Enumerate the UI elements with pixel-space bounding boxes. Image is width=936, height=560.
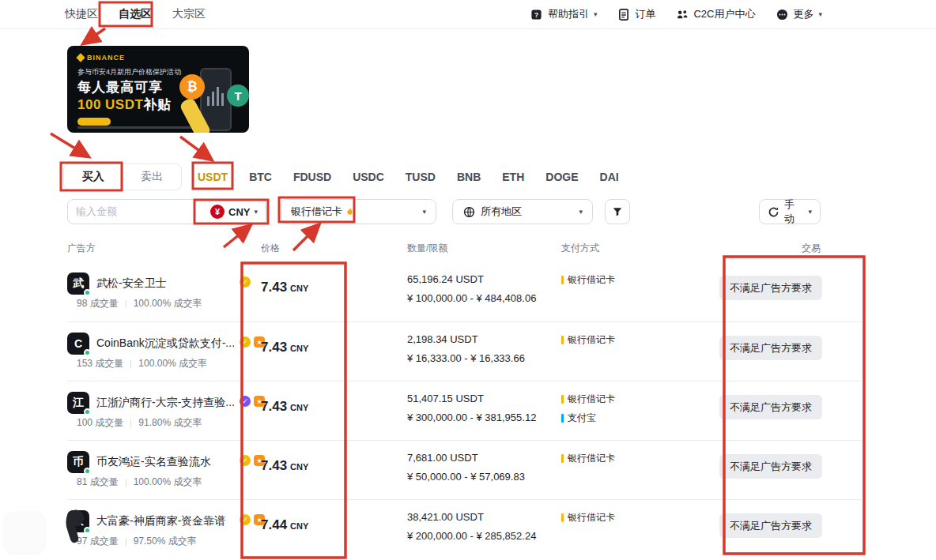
available-amount: 38,421.00 USDT [407, 511, 484, 523]
online-dot [84, 289, 91, 296]
buy-tab[interactable]: 买入 [64, 164, 123, 190]
top-navbar: 快捷区 自选区 大宗区 ? 帮助指引 ▾ 订单 C [0, 0, 936, 29]
binance-logo: BINANCE [77, 54, 125, 62]
asset-tab-tusd[interactable]: TUSD [406, 171, 436, 183]
svg-text:?: ? [534, 10, 538, 18]
advanced-filter-button[interactable] [605, 199, 630, 224]
trade-action-button[interactable]: 不满足广告方要求 [719, 513, 822, 538]
funnel-icon [611, 205, 624, 218]
chevron-down-icon: ▾ [808, 209, 812, 216]
binance-diamond-icon [76, 53, 85, 62]
asset-tab-usdt[interactable]: USDT [198, 171, 228, 183]
avatar: 大 [67, 510, 89, 532]
bank-card-bar-icon [561, 513, 564, 522]
col-trade: 交易 [802, 242, 821, 255]
available-amount: 2,198.34 USDT [407, 333, 478, 345]
trade-action-button[interactable]: 不满足广告方要求 [719, 395, 822, 419]
table-row[interactable]: 大 大富豪-神盾商家-资金靠谱 ✓★ 97 成交量97.50% 成交率 7.44… [67, 499, 862, 558]
payment-methods: 银行借记卡 [561, 511, 615, 524]
advertiser-name[interactable]: CoinBank沉淀或贷款支付-... [96, 336, 235, 351]
orders-menu[interactable]: 订单 [617, 7, 655, 21]
annotation-arrow-buy [51, 133, 87, 156]
fiat-currency-select[interactable]: ¥ CNY ▾ [210, 205, 258, 219]
amount-input[interactable]: 输入金额 [76, 205, 117, 219]
available-amount: 65,196.24 USDT [407, 273, 484, 285]
more-menu[interactable]: 更多 ▾ [776, 7, 822, 21]
asset-tabs: USDT BTC FDUSD USDC TUSD BNB ETH DOGE DA… [198, 163, 619, 190]
limit-range: ¥ 100,000.00 - ¥ 484,408.06 [407, 292, 536, 304]
advertiser-stats: 100 成交量91.80% 成交率 [77, 416, 202, 430]
tab-self-select-zone[interactable]: 自选区 [119, 7, 152, 21]
tab-block-zone[interactable]: 大宗区 [172, 7, 206, 21]
region-select[interactable]: 所有地区 ▾ [452, 199, 593, 224]
bank-card-bar-icon [561, 276, 564, 284]
help-guide-icon: ? [530, 8, 543, 21]
chat-widget[interactable] [5, 512, 44, 553]
advertiser-stats: 97 成交量97.50% 成交率 [77, 535, 197, 548]
c2c-trading-page: 快捷区 自选区 大宗区 ? 帮助指引 ▾ 订单 C [0, 0, 936, 560]
col-payment: 支付方式 [561, 242, 599, 255]
payment-method-select[interactable]: 银行借记卡 ▾ [281, 199, 436, 224]
banner-subtitle: 参与币安4月新用户价格保护活动 [77, 67, 181, 77]
promo-banner[interactable]: BINANCE 参与币安4月新用户价格保护活动 每人最高可享 100 USDT补… [67, 46, 249, 133]
refresh-mode-control[interactable]: 手动 ▾ [759, 199, 821, 224]
payment-methods: 银行借记卡 [561, 452, 615, 465]
chevron-down-icon: ▾ [594, 11, 598, 18]
table-row[interactable]: C CoinBank沉淀或贷款支付-... ✓★ 153 成交量100.00% … [67, 321, 862, 381]
limit-range: ¥ 200,000.00 - ¥ 285,852.24 [407, 530, 536, 542]
banner-fine-print [77, 126, 204, 129]
advertiser-name[interactable]: 大富豪-神盾商家-资金靠谱 [96, 514, 225, 528]
avatar: 江 [67, 392, 89, 414]
table-row[interactable]: 币 币友鸿运-实名查验流水 ✓★ 81 成交量100.00% 成交率 7.43C… [67, 440, 862, 499]
alipay-bar-icon [561, 414, 564, 423]
chevron-down-icon: ▾ [422, 209, 426, 216]
help-guide-menu[interactable]: ? 帮助指引 ▾ [530, 7, 598, 21]
sell-tab[interactable]: 卖出 [123, 164, 182, 190]
table-header: 广告方 价格 数量/限额 支付方式 交易 [67, 242, 862, 257]
asset-tab-bnb[interactable]: BNB [457, 171, 481, 183]
trade-action-button[interactable]: 不满足广告方要求 [719, 336, 822, 360]
trade-action-button[interactable]: 不满足广告方要求 [719, 454, 822, 479]
online-dot [84, 408, 91, 415]
banner-cta-pill[interactable] [77, 118, 111, 126]
orders-icon [617, 8, 630, 21]
bank-card-bar-icon [561, 454, 564, 463]
users-icon [676, 8, 689, 21]
amount-filter-group: 输入金额 ¥ CNY ▾ [67, 199, 266, 224]
asset-tab-usdc[interactable]: USDC [353, 171, 384, 183]
online-dot [84, 349, 91, 356]
bank-card-bar-icon [561, 395, 564, 404]
advertiser-stats: 81 成交量100.00% 成交率 [77, 475, 202, 489]
asset-tab-btc[interactable]: BTC [249, 171, 272, 183]
cny-yuan-icon: ¥ [210, 205, 225, 219]
globe-icon [462, 205, 475, 218]
verified-check-icon: ✓ [240, 455, 251, 466]
advertiser-name[interactable]: 武松-安全卫士 [96, 276, 167, 291]
advertiser-name[interactable]: 币友鸿运-实名查验流水 [96, 455, 211, 469]
chevron-down-icon: ▾ [579, 209, 583, 216]
online-dot [84, 527, 91, 534]
table-row[interactable]: 江 江浙沪商行-大宗-支持查验... ✓★ 100 成交量91.80% 成交率 … [67, 381, 862, 440]
c2c-user-center-menu[interactable]: C2C用户中心 [676, 7, 755, 21]
refresh-icon [768, 205, 779, 218]
online-dot [84, 468, 91, 475]
chevron-down-icon: ▾ [254, 209, 258, 216]
table-row[interactable]: 武 武松-安全卫士 ✓ 98 成交量100.00% 成交率 7.43CNY 65… [67, 262, 862, 321]
more-ellipsis-icon [776, 8, 788, 21]
avatar: C [67, 333, 89, 355]
asset-tab-doge[interactable]: DOGE [545, 171, 578, 183]
avatar: 币 [67, 451, 89, 473]
bank-card-bar-icon [561, 336, 564, 344]
available-amount: 51,407.15 USDT [407, 393, 484, 404]
advertiser-name[interactable]: 江浙沪商行-大宗-支持查验... [96, 396, 235, 410]
price-cell: 7.43CNY [261, 340, 308, 355]
trade-action-button[interactable]: 不满足广告方要求 [719, 276, 822, 300]
tab-express-zone[interactable]: 快捷区 [65, 7, 98, 21]
asset-tab-dai[interactable]: DAI [600, 171, 619, 183]
payment-methods: 银行借记卡 [561, 333, 615, 347]
asset-tab-eth[interactable]: ETH [502, 171, 524, 183]
navbar-actions: ? 帮助指引 ▾ 订单 C2C用户中心 更多 [530, 0, 822, 28]
col-advertiser: 广告方 [67, 242, 96, 255]
asset-tab-fdusd[interactable]: FDUSD [293, 171, 331, 183]
chevron-down-icon: ▾ [818, 11, 822, 18]
